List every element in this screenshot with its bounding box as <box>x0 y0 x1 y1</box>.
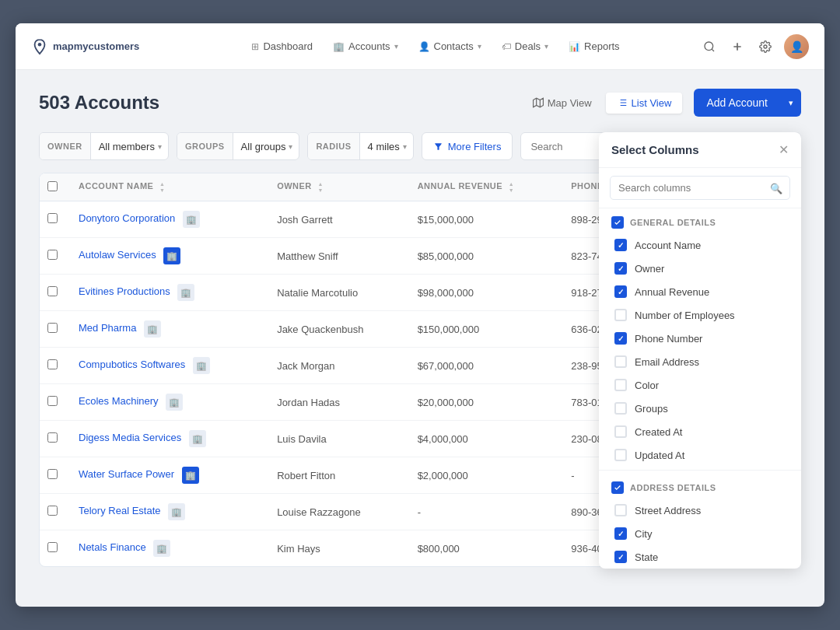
account-name-link[interactable]: Water Surface Power <box>79 468 174 480</box>
col-owner-label: OWNER <box>277 181 312 191</box>
row-account-name: Water Surface Power 🏢 <box>68 457 266 494</box>
col-checkbox-0-4 <box>614 332 627 345</box>
more-filters-button[interactable]: More Filters <box>422 132 513 160</box>
section-checkbox-1[interactable] <box>611 481 624 494</box>
column-item-1-1[interactable]: City <box>599 522 801 545</box>
radius-chevron-icon: ▾ <box>403 142 407 151</box>
account-name-link[interactable]: Autolaw Services <box>79 249 156 261</box>
account-type-icon: 🏢 <box>177 284 194 301</box>
account-name-link[interactable]: Netals Finance <box>79 541 146 553</box>
deals-chevron-icon: ▾ <box>544 42 548 51</box>
row-checkbox[interactable] <box>47 359 58 369</box>
section-1: ADDRESS DETAILS Street Address City Stat… <box>599 474 801 569</box>
account-name-link[interactable]: Evitines Productions <box>79 285 170 297</box>
nav-accounts[interactable]: 🏢 Accounts ▾ <box>324 36 407 57</box>
row-checkbox[interactable] <box>47 286 58 296</box>
nav-dashboard[interactable]: ⊞ Dashboard <box>242 36 322 57</box>
row-checkbox-cell <box>40 494 68 530</box>
section-header-0: GENERAL DETAILS <box>599 208 801 233</box>
map-icon <box>533 97 544 108</box>
filter-icon <box>433 142 443 152</box>
column-item-0-9[interactable]: Updated At <box>599 443 801 467</box>
add-account-label: Add Account <box>694 89 780 117</box>
account-name-link[interactable]: Ecoles Machinery <box>79 395 159 407</box>
nav-contacts-label: Contacts <box>434 40 474 52</box>
row-checkbox[interactable] <box>47 213 58 223</box>
avatar[interactable]: 👤 <box>784 34 809 59</box>
column-item-0-8[interactable]: Created At <box>599 420 801 443</box>
top-nav: mapmycustomers ⊞ Dashboard 🏢 Accounts ▾ … <box>16 23 824 70</box>
settings-button[interactable] <box>756 37 775 56</box>
row-checkbox[interactable] <box>47 432 58 443</box>
account-name-link[interactable]: Telory Real Estate <box>79 505 161 516</box>
plus-icon <box>731 40 744 53</box>
search-button[interactable] <box>700 37 719 56</box>
owner-filter-value: All members <box>99 141 155 152</box>
groups-filter-select[interactable]: All groups ▾ <box>233 133 299 159</box>
logo-text: mapmycustomers <box>53 40 139 52</box>
select-all-checkbox[interactable] <box>47 181 58 191</box>
account-name-link[interactable]: Digess Media Services <box>79 432 181 443</box>
account-name-link[interactable]: Compubotics Softwares <box>79 359 185 370</box>
list-view-button[interactable]: List View <box>606 93 683 114</box>
add-button[interactable] <box>728 37 747 56</box>
column-item-0-5[interactable]: Email Address <box>599 350 801 373</box>
column-item-1-0[interactable]: Street Address <box>599 499 801 522</box>
nav-deals-label: Deals <box>515 40 541 52</box>
col-checkbox-1-2 <box>614 551 627 563</box>
nav-contacts[interactable]: 👤 Contacts ▾ <box>409 36 491 57</box>
nav-deals[interactable]: 🏷 Deals ▾ <box>492 36 558 57</box>
more-filters-label: More Filters <box>448 141 502 152</box>
row-checkbox[interactable] <box>47 250 58 260</box>
row-account-name: Netals Finance 🏢 <box>68 530 266 567</box>
owner-filter-label: OWNER <box>40 133 91 159</box>
col-label-0-1: Owner <box>635 263 664 275</box>
col-account-name: ACCOUNT NAME ▲▼ <box>68 173 266 201</box>
nav-reports[interactable]: 📊 Reports <box>559 36 629 57</box>
person-icon: 👤 <box>418 41 430 52</box>
groups-chevron-icon: ▾ <box>289 142 292 151</box>
column-item-0-7[interactable]: Groups <box>599 397 801 420</box>
add-account-button[interactable]: Add Account ▾ <box>694 89 801 117</box>
columns-search-input[interactable] <box>610 176 790 200</box>
row-checkbox-cell <box>40 275 68 311</box>
col-label-1-1: City <box>635 528 652 540</box>
col-label-0-6: Color <box>635 380 659 391</box>
section-checkbox-0[interactable] <box>611 216 624 229</box>
section-check-icon <box>614 219 621 226</box>
row-revenue: $67,000,000 <box>407 348 561 384</box>
column-item-0-0[interactable]: Account Name <box>599 233 801 257</box>
owner-filter-select[interactable]: All members ▾ <box>91 133 168 159</box>
column-item-1-2[interactable]: State <box>599 545 801 569</box>
view-toggle: Map View List View <box>520 90 685 116</box>
groups-filter-value: All groups <box>241 141 286 152</box>
owner-chevron-icon: ▾ <box>158 142 162 151</box>
account-name-link[interactable]: Donytoro Corporation <box>79 212 175 224</box>
row-checkbox[interactable] <box>47 323 58 333</box>
row-checkbox[interactable] <box>47 396 58 406</box>
column-item-0-3[interactable]: Number of Employees <box>599 303 801 327</box>
panel-header: Select Columns ✕ <box>599 132 801 168</box>
row-checkbox-cell <box>40 311 68 348</box>
map-view-button[interactable]: Map View <box>522 93 603 114</box>
row-owner: Matthew Sniff <box>266 238 406 275</box>
panel-close-button[interactable]: ✕ <box>779 144 789 156</box>
row-checkbox[interactable] <box>47 542 58 552</box>
row-checkbox[interactable] <box>47 506 58 516</box>
row-checkbox-cell <box>40 530 68 567</box>
columns-search-icon: 🔍 <box>770 182 782 194</box>
column-item-0-4[interactable]: Phone Number <box>599 327 801 350</box>
radius-filter-select[interactable]: 4 miles ▾ <box>360 133 413 159</box>
account-name-link[interactable]: Med Pharma <box>79 322 136 334</box>
row-owner: Jordan Hadas <box>266 384 406 421</box>
column-item-0-1[interactable]: Owner <box>599 257 801 280</box>
row-checkbox-cell <box>40 421 68 457</box>
column-item-0-2[interactable]: Annual Revenue <box>599 280 801 303</box>
radius-filter: RADIUS 4 miles ▾ <box>307 132 413 160</box>
column-item-0-6[interactable]: Color <box>599 373 801 397</box>
row-account-name: Evitines Productions 🏢 <box>68 275 266 311</box>
page-title: 503 Accounts <box>39 92 159 114</box>
col-checkbox-0-9 <box>614 449 627 461</box>
row-checkbox[interactable] <box>47 469 58 479</box>
groups-filter: GROUPS All groups ▾ <box>177 132 300 160</box>
